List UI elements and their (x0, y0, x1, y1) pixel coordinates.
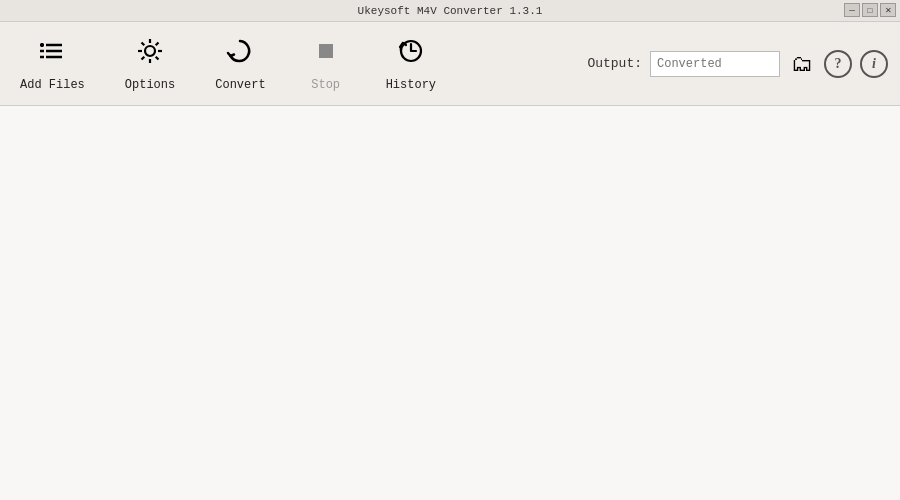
history-icon (395, 35, 427, 72)
toolbar: Add Files Options (0, 22, 900, 106)
minimize-button[interactable]: ─ (844, 3, 860, 17)
folder-icon: 🗂 (791, 51, 813, 77)
history-button[interactable]: History (366, 29, 456, 98)
help-button[interactable]: ? (824, 50, 852, 78)
browse-folder-button[interactable]: 🗂 (788, 51, 816, 77)
svg-line-13 (156, 57, 159, 60)
maximize-button[interactable]: □ (862, 3, 878, 17)
title-bar: Ukeysoft M4V Converter 1.3.1 ─ □ ✕ (0, 0, 900, 22)
history-label: History (386, 78, 436, 92)
convert-icon (224, 35, 256, 72)
help-icon: ? (835, 56, 842, 72)
svg-point-7 (145, 46, 155, 56)
svg-rect-16 (319, 44, 333, 58)
svg-line-14 (156, 43, 159, 46)
convert-button[interactable]: Convert (195, 29, 285, 98)
toolbar-right: Output: 🗂 ? i (587, 50, 900, 78)
info-button[interactable]: i (860, 50, 888, 78)
convert-label: Convert (215, 78, 265, 92)
app-title: Ukeysoft M4V Converter 1.3.1 (358, 5, 543, 17)
options-label: Options (125, 78, 175, 92)
stop-button[interactable]: Stop (286, 29, 366, 98)
output-input[interactable] (650, 51, 780, 77)
close-button[interactable]: ✕ (880, 3, 896, 17)
svg-line-15 (142, 57, 145, 60)
window-controls: ─ □ ✕ (844, 3, 896, 17)
stop-icon (310, 35, 342, 72)
add-files-button[interactable]: Add Files (0, 29, 105, 98)
output-label: Output: (587, 56, 642, 71)
add-files-label: Add Files (20, 78, 85, 92)
options-button[interactable]: Options (105, 29, 195, 98)
svg-line-12 (142, 43, 145, 46)
info-icon: i (872, 56, 876, 72)
add-files-icon (36, 35, 68, 72)
main-content (0, 106, 900, 500)
stop-label: Stop (311, 78, 340, 92)
options-icon (134, 35, 166, 72)
